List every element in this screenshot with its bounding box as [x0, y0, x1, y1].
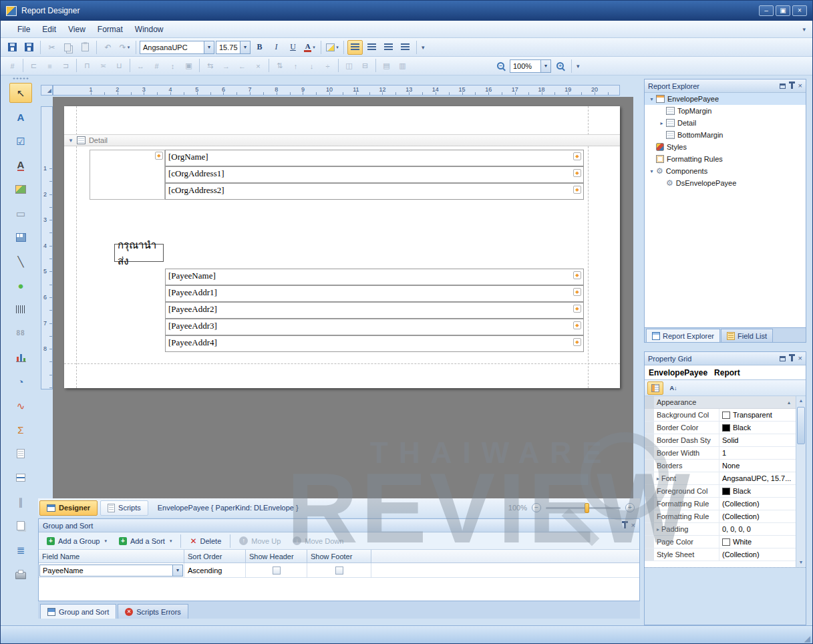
field-corgaddress2[interactable]: [cOrgAddress2]◆: [165, 183, 584, 200]
menu-view[interactable]: View: [62, 23, 92, 36]
shape-tool[interactable]: ●: [9, 275, 32, 295]
field-name-combo[interactable]: PayeeName: [39, 565, 183, 577]
resize-grip[interactable]: ◢: [804, 634, 810, 643]
tree-node-dsenvelopepayee[interactable]: ⚙DsEnvelopePayee: [645, 177, 806, 189]
zoom-slider-thumb[interactable]: [585, 503, 589, 513]
field-orgname[interactable]: [OrgName]◆: [165, 150, 584, 166]
smart-tag-icon[interactable]: ◆: [573, 169, 581, 177]
expand-icon[interactable]: ▸: [657, 120, 666, 126]
tab-scripts-errors[interactable]: ✕Scripts Errors: [118, 604, 188, 619]
print-tool[interactable]: [9, 564, 32, 584]
show-header-checkbox[interactable]: [273, 567, 281, 575]
show-footer-checkbox[interactable]: [335, 567, 343, 575]
property-background-col[interactable]: Background ColTransparent: [645, 409, 796, 422]
close-icon[interactable]: ×: [798, 82, 802, 90]
label-tool[interactable]: A: [9, 107, 32, 127]
maximize-panel-icon[interactable]: [780, 84, 786, 89]
field-payeeaddr4[interactable]: [PayeeAddr4]◆: [165, 335, 584, 352]
close-icon[interactable]: ×: [798, 355, 802, 362]
column-header-show-header[interactable]: Show Header: [246, 550, 307, 562]
property-value[interactable]: (Collection): [719, 500, 796, 508]
field-payeeaddr1[interactable]: [PayeeAddr1]◆: [165, 285, 584, 302]
panel-splitter[interactable]: [645, 567, 806, 573]
pivot-grid-tool[interactable]: Σ: [9, 420, 32, 440]
scrollbar[interactable]: ▲ ▼: [796, 396, 806, 567]
table-tool[interactable]: [9, 227, 32, 247]
restore-button[interactable]: ▣: [776, 5, 790, 16]
chevron-down-icon[interactable]: [540, 60, 550, 72]
column-header-field-name[interactable]: Field Name: [39, 550, 184, 562]
property-value[interactable]: Solid: [719, 436, 796, 444]
sparkline-tool[interactable]: ∿: [9, 395, 32, 416]
page-info-tool[interactable]: [9, 444, 32, 464]
property-border-dash-sty[interactable]: Border Dash StySolid: [645, 434, 796, 447]
tab-scripts[interactable]: Scripts: [100, 500, 148, 516]
field-payeename[interactable]: [PayeeName]◆: [165, 269, 584, 285]
chevron-down-icon[interactable]: [172, 565, 182, 576]
bar-code-tool[interactable]: [9, 299, 32, 319]
toolbox-drag-handle[interactable]: [13, 77, 29, 80]
property-value[interactable]: 1: [719, 449, 796, 457]
menubar-overflow-icon[interactable]: ▾: [802, 26, 806, 33]
zip-code-tool[interactable]: 88: [9, 323, 32, 343]
toolbar-overflow-icon[interactable]: ▾: [577, 63, 580, 69]
tab-designer[interactable]: Designer: [39, 500, 98, 516]
alphabetical-button[interactable]: A↓: [665, 381, 681, 395]
maximize-panel-icon[interactable]: [780, 356, 786, 361]
tree-node-styles[interactable]: Styles: [645, 141, 806, 153]
logo-picture-box[interactable]: ◆: [90, 150, 165, 200]
zoom-in-button[interactable]: +: [552, 59, 568, 73]
highlight-color-button[interactable]: [325, 40, 340, 55]
column-header-sort-order[interactable]: Sort Order: [184, 550, 246, 562]
property-value[interactable]: (Collection): [719, 550, 796, 558]
property-value[interactable]: 0, 0, 0, 0: [719, 525, 796, 533]
align-left-button[interactable]: [347, 40, 363, 55]
smart-tag-icon[interactable]: ◆: [573, 288, 581, 296]
font-color-button[interactable]: A: [302, 40, 317, 55]
tree-node-formatting-rules[interactable]: Formatting Rules: [645, 153, 806, 165]
recipient-label[interactable]: กรุณานำส่ง: [114, 244, 164, 262]
zoom-in-button[interactable]: +: [625, 503, 635, 512]
justify-button[interactable]: [397, 40, 413, 55]
smart-tag-icon[interactable]: ◆: [573, 338, 581, 346]
property-padding[interactable]: ▸Padding0, 0, 0, 0: [645, 523, 796, 536]
pin-icon[interactable]: [624, 523, 626, 528]
pin-icon[interactable]: [791, 356, 793, 361]
collapse-icon[interactable]: ▾: [647, 168, 656, 174]
tab-group-and-sort[interactable]: Group and Sort: [40, 604, 116, 619]
property-style-sheet[interactable]: Style Sheet(Collection): [645, 548, 796, 561]
menu-window[interactable]: Window: [129, 23, 170, 36]
menu-format[interactable]: Format: [92, 23, 129, 36]
property-value[interactable]: (Collection): [719, 512, 796, 520]
chevron-down-icon[interactable]: [204, 41, 214, 53]
menu-edit[interactable]: Edit: [36, 23, 62, 36]
italic-button[interactable]: I: [269, 40, 284, 55]
tree-node-bottommargin[interactable]: BottomMargin: [645, 129, 806, 141]
property-value[interactable]: White: [719, 538, 796, 546]
tree-node-envelopepayee[interactable]: ▾EnvelopePayee: [645, 93, 806, 105]
smart-tag-icon[interactable]: ◆: [155, 152, 163, 160]
menu-file[interactable]: File: [11, 23, 36, 36]
gauge-tool[interactable]: ◔: [9, 371, 32, 391]
panel-tool[interactable]: ▭: [9, 203, 32, 223]
zoom-out-button[interactable]: −: [493, 59, 508, 73]
smart-tag-icon[interactable]: ◆: [573, 271, 581, 279]
scroll-up-icon[interactable]: ▲: [796, 396, 806, 406]
underline-button[interactable]: U: [285, 40, 301, 55]
save-button[interactable]: [5, 40, 20, 55]
scroll-down-icon[interactable]: ▼: [796, 558, 806, 567]
property-formatting-rule[interactable]: Formatting Rule(Collection): [645, 498, 796, 510]
property-border-color[interactable]: Border ColorBlack: [645, 422, 796, 434]
collapse-icon[interactable]: ▼: [68, 138, 73, 144]
zoom-combo[interactable]: 100%: [510, 59, 551, 73]
property-value[interactable]: Black: [719, 424, 796, 432]
column-header-show-footer[interactable]: Show Footer: [307, 550, 371, 562]
tab-report-explorer[interactable]: Report Explorer: [646, 329, 720, 342]
expand-icon[interactable]: ▸: [657, 526, 659, 532]
selected-object-row[interactable]: EnvelopePayee Report: [645, 365, 806, 380]
field-payeeaddr2[interactable]: [PayeeAddr2]◆: [165, 302, 584, 319]
chart-tool[interactable]: [9, 347, 32, 367]
close-icon[interactable]: ×: [631, 522, 635, 529]
subreport-tool[interactable]: [9, 516, 32, 536]
pointer-tool[interactable]: ↖: [9, 83, 32, 103]
